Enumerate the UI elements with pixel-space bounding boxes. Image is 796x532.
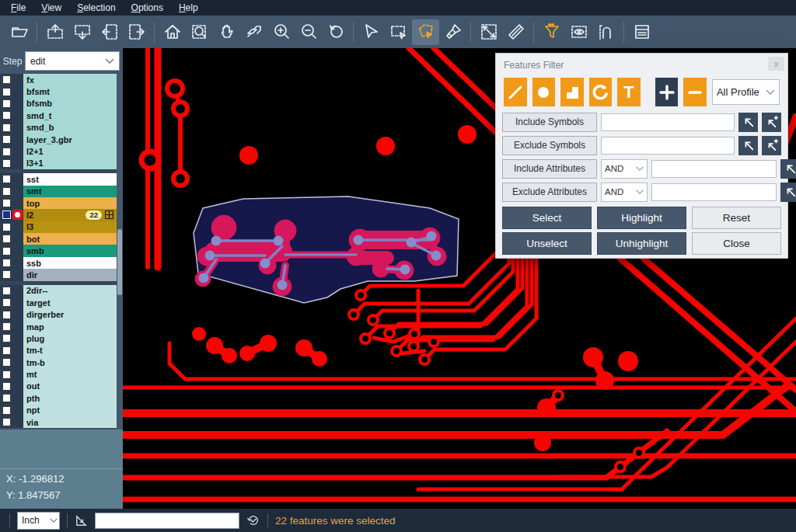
pan-left-icon[interactable] bbox=[96, 19, 123, 45]
features-filter-icon[interactable] bbox=[538, 19, 565, 45]
layer-visibility-checkbox[interactable] bbox=[2, 75, 11, 84]
layer-visibility-checkbox[interactable] bbox=[2, 235, 11, 243]
polygon-select-icon[interactable] bbox=[412, 19, 439, 45]
layer-visibility-checkbox[interactable] bbox=[2, 287, 11, 295]
layer-row[interactable]: top bbox=[0, 197, 123, 209]
menu-options[interactable]: Options bbox=[124, 1, 171, 15]
layer-visibility-checkbox[interactable] bbox=[2, 199, 11, 207]
view-options-icon[interactable] bbox=[565, 19, 592, 45]
command-input[interactable] bbox=[95, 513, 239, 529]
layer-list-scrollbar[interactable] bbox=[117, 74, 123, 429]
layer-visibility-checkbox[interactable] bbox=[2, 223, 11, 231]
close-button[interactable]: Close bbox=[692, 232, 781, 255]
exclude-symbols-input[interactable] bbox=[601, 137, 735, 155]
pad-feature-button[interactable] bbox=[532, 78, 556, 106]
layer-row[interactable]: via bbox=[0, 416, 123, 428]
layer-row[interactable]: smb bbox=[0, 245, 123, 256]
zoom-out-icon[interactable] bbox=[295, 19, 322, 45]
layer-row[interactable]: bfsmt bbox=[0, 85, 123, 97]
zoom-previous-icon[interactable] bbox=[322, 19, 349, 45]
unselect-button[interactable]: Unselect bbox=[502, 232, 592, 255]
menu-file[interactable]: File bbox=[3, 1, 33, 15]
layer-visibility-checkbox[interactable] bbox=[2, 270, 11, 279]
layer-visibility-checkbox[interactable] bbox=[2, 187, 11, 196]
layer-visibility-checkbox[interactable] bbox=[2, 394, 11, 402]
snap-magnet-icon[interactable] bbox=[592, 19, 620, 45]
report-list-icon[interactable] bbox=[628, 19, 655, 45]
layer-visibility-checkbox[interactable] bbox=[2, 88, 11, 96]
unit-dropdown[interactable]: Inch bbox=[17, 512, 60, 530]
layer-visibility-checkbox[interactable] bbox=[2, 346, 11, 355]
add-mode-button[interactable] bbox=[655, 78, 679, 106]
layer-visibility-checkbox[interactable] bbox=[2, 382, 11, 391]
layer-visibility-checkbox[interactable] bbox=[2, 148, 11, 156]
text-feature-button[interactable]: T bbox=[617, 78, 641, 106]
include-symbols-input[interactable] bbox=[601, 113, 735, 131]
profile-dropdown[interactable]: All Profile bbox=[712, 79, 780, 105]
highlight-button[interactable]: Highlight bbox=[597, 207, 686, 229]
layer-visibility-checkbox[interactable] bbox=[2, 99, 11, 108]
layer-visibility-checkbox[interactable] bbox=[2, 210, 11, 219]
home-view-icon[interactable] bbox=[159, 19, 186, 45]
include-attributes-operator-dropdown[interactable]: AND bbox=[601, 159, 648, 179]
layer-visibility-checkbox[interactable] bbox=[2, 259, 11, 267]
select-button[interactable]: Select bbox=[502, 207, 592, 229]
layer-visibility-checkbox[interactable] bbox=[2, 111, 11, 120]
layer-row[interactable]: out bbox=[0, 381, 123, 392]
features-table-icon[interactable] bbox=[105, 210, 113, 219]
surface-feature-button[interactable] bbox=[560, 78, 584, 106]
unhighlight-button[interactable]: Unhighlight bbox=[597, 232, 686, 255]
layer-row[interactable]: smd_b bbox=[0, 122, 123, 134]
menu-help[interactable]: Help bbox=[171, 1, 206, 15]
layer-row[interactable]: ssb bbox=[0, 257, 123, 269]
layer-visibility-checkbox[interactable] bbox=[2, 123, 11, 132]
pan-down-icon[interactable] bbox=[68, 19, 96, 45]
remove-mode-button[interactable] bbox=[683, 78, 707, 106]
layer-row[interactable]: dirgerber bbox=[0, 308, 123, 320]
menu-selection[interactable]: Selection bbox=[69, 1, 123, 15]
layer-row-active[interactable]: l2 22 bbox=[0, 209, 123, 221]
exclude-attributes-button[interactable]: Exclude Attributes bbox=[502, 183, 597, 202]
pan-up-icon[interactable] bbox=[41, 19, 68, 45]
pick-symbol-button[interactable] bbox=[738, 136, 758, 155]
line-feature-button[interactable] bbox=[504, 78, 527, 106]
layer-row[interactable]: fx bbox=[0, 74, 123, 85]
pan-hand-icon[interactable] bbox=[213, 19, 240, 45]
layer-row[interactable]: target bbox=[0, 297, 123, 308]
refresh-check-icon[interactable] bbox=[246, 513, 260, 527]
layer-row[interactable]: l2+1 bbox=[0, 145, 123, 157]
scrollbar-thumb[interactable] bbox=[117, 229, 122, 295]
exclude-attributes-operator-dropdown[interactable]: AND bbox=[601, 183, 648, 202]
layer-row[interactable]: 2dir-- bbox=[0, 285, 123, 297]
select-cursor-icon[interactable] bbox=[358, 19, 385, 45]
zoom-in-icon[interactable] bbox=[267, 19, 295, 45]
layer-row[interactable]: pth bbox=[0, 392, 123, 404]
menu-view[interactable]: View bbox=[33, 1, 69, 15]
include-attributes-input[interactable] bbox=[651, 160, 777, 178]
layer-row[interactable]: tm-b bbox=[0, 356, 123, 368]
pan-right-icon[interactable] bbox=[123, 19, 150, 45]
layer-row[interactable]: tm-t bbox=[0, 345, 123, 356]
pick-attribute-button[interactable] bbox=[780, 159, 796, 179]
layer-visibility-checkbox[interactable] bbox=[2, 358, 11, 367]
layer-row[interactable]: bfsmb bbox=[0, 98, 123, 110]
layer-visibility-checkbox[interactable] bbox=[2, 175, 11, 183]
layer-row[interactable]: npt bbox=[0, 405, 123, 416]
layer-visibility-checkbox[interactable] bbox=[2, 334, 11, 342]
layer-row[interactable]: dir bbox=[0, 269, 123, 280]
layer-visibility-checkbox[interactable] bbox=[2, 247, 11, 256]
layer-visibility-checkbox[interactable] bbox=[2, 418, 11, 426]
layer-row[interactable]: map bbox=[0, 321, 123, 332]
layer-visibility-checkbox[interactable] bbox=[2, 370, 11, 379]
open-folder-icon[interactable] bbox=[5, 19, 33, 45]
layer-row[interactable]: mt bbox=[0, 368, 123, 380]
pick-add-symbol-button[interactable] bbox=[762, 113, 781, 132]
layer-row[interactable]: layer_3.gbr bbox=[0, 134, 123, 145]
rectangle-select-icon[interactable] bbox=[385, 19, 412, 45]
pick-attribute-button[interactable] bbox=[780, 183, 796, 202]
layer-row[interactable]: smd_t bbox=[0, 110, 123, 121]
layer-row[interactable]: l3 bbox=[0, 221, 123, 233]
layer-visibility-checkbox[interactable] bbox=[2, 311, 11, 319]
reset-button[interactable]: Reset bbox=[692, 207, 781, 229]
measure-line-icon[interactable] bbox=[475, 19, 502, 45]
